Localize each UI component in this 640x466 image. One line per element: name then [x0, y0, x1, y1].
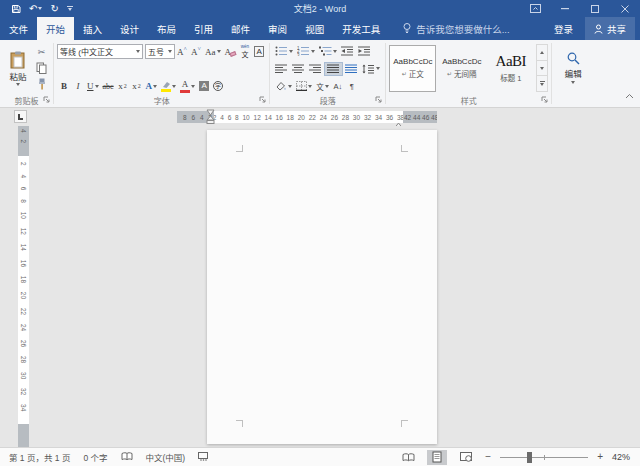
multilevel-list-button[interactable]	[317, 44, 339, 58]
tab-layout[interactable]: 布局	[148, 17, 185, 40]
font-dialog-launcher-icon[interactable]	[259, 96, 266, 105]
change-case-button[interactable]: Aa	[203, 45, 223, 59]
numbered-list-icon: 123	[297, 46, 310, 56]
styles-dialog-launcher-icon[interactable]	[541, 96, 548, 105]
share-button[interactable]: 共享	[585, 17, 635, 40]
vertical-ruler[interactable]: 4 2 2 4 6 8 10 12 14 16 18 20 22 24 26 2…	[18, 126, 29, 447]
subscript-button[interactable]: x2	[116, 79, 130, 93]
increase-indent-button[interactable]	[356, 44, 373, 58]
style-normal[interactable]: AaBbCcDc ↵正文	[389, 45, 436, 92]
underline-button[interactable]: U	[85, 79, 101, 93]
bullets-button[interactable]	[273, 44, 295, 58]
font-name-combobox[interactable]: 等线 (中文正文	[57, 44, 143, 59]
tell-me-box[interactable]: 告诉我您想要做什么...	[403, 17, 509, 40]
paste-dropdown-icon[interactable]	[16, 83, 20, 86]
font-group-label: 字体	[154, 95, 170, 106]
align-left-button[interactable]	[273, 62, 290, 76]
read-mode-button[interactable]	[398, 450, 418, 465]
zoom-out-button[interactable]: −	[485, 452, 491, 462]
proofing-status-button[interactable]	[121, 452, 133, 463]
strikethrough-button[interactable]: abc	[101, 79, 116, 93]
left-tab-icon	[18, 114, 23, 120]
italic-button[interactable]: I	[71, 79, 85, 93]
styles-scroll-down-button[interactable]	[537, 61, 547, 77]
tab-home[interactable]: 开始	[37, 17, 74, 40]
clipboard-dialog-launcher-icon[interactable]	[43, 96, 50, 105]
save-icon[interactable]	[11, 4, 21, 14]
style-no-spacing[interactable]: AaBbCcDc ↵无间隔	[438, 45, 485, 92]
print-layout-button[interactable]	[427, 450, 447, 465]
align-center-button[interactable]	[290, 62, 307, 76]
tab-developer[interactable]: 开发工具	[333, 17, 389, 40]
borders-button[interactable]	[294, 79, 314, 93]
tab-stop-selector[interactable]	[14, 110, 27, 123]
sort-button[interactable]: A↓	[331, 79, 345, 93]
word-count-indicator[interactable]: 0 个字	[83, 451, 107, 463]
zoom-in-button[interactable]: +	[597, 452, 603, 462]
numbering-button[interactable]: 123	[295, 44, 317, 58]
vruler-top-margin: 4 2	[18, 126, 29, 156]
distribute-button[interactable]	[343, 62, 360, 76]
undo-button[interactable]: ↶	[29, 4, 42, 14]
ribbon-display-options-button[interactable]	[520, 0, 550, 17]
web-layout-button[interactable]	[456, 450, 476, 465]
character-shading-button[interactable]: A	[197, 79, 211, 93]
tab-view[interactable]: 视图	[296, 17, 333, 40]
shrink-font-button[interactable]: A˅	[189, 45, 203, 59]
paint-bucket-icon	[275, 81, 287, 91]
line-spacing-button[interactable]	[360, 62, 382, 76]
bold-button[interactable]: B	[57, 79, 71, 93]
undo-dropdown-icon[interactable]	[38, 7, 42, 10]
clear-formatting-button[interactable]: A	[223, 45, 239, 59]
page-number-indicator[interactable]: 第 1 页，共 1 页	[9, 451, 70, 463]
zoom-slider[interactable]	[500, 457, 588, 458]
tab-design[interactable]: 设计	[111, 17, 148, 40]
superscript-button[interactable]: x2	[130, 79, 144, 93]
font-color-button[interactable]: A	[178, 79, 197, 93]
copy-button[interactable]	[34, 61, 49, 75]
collapse-ribbon-button[interactable]	[625, 85, 634, 103]
tab-insert[interactable]: 插入	[74, 17, 111, 40]
zoom-slider-thumb[interactable]	[527, 452, 532, 463]
align-right-button[interactable]	[307, 62, 324, 76]
tab-references[interactable]: 引用	[185, 17, 222, 40]
styles-scroll-up-button[interactable]	[537, 45, 547, 61]
styles-more-button[interactable]	[537, 76, 547, 91]
maximize-button[interactable]	[580, 0, 610, 17]
decrease-indent-button[interactable]	[339, 44, 356, 58]
font-size-combobox[interactable]: 五号	[145, 44, 175, 59]
tab-file[interactable]: 文件	[0, 17, 37, 40]
text-effects-button[interactable]: A	[144, 79, 160, 93]
sign-in-button[interactable]: 登录	[554, 22, 573, 36]
phonetic-guide-button[interactable]: wén文	[238, 45, 252, 59]
close-button[interactable]	[610, 0, 640, 17]
align-right-icon	[309, 64, 322, 74]
grow-font-button[interactable]: A˄	[175, 45, 189, 59]
language-indicator[interactable]: 中文(中国)	[146, 451, 186, 463]
tab-mailings[interactable]: 邮件	[222, 17, 259, 40]
format-painter-button[interactable]	[34, 77, 49, 91]
shading-button[interactable]	[273, 79, 294, 93]
customize-qat-button[interactable]	[67, 6, 73, 11]
minimize-button[interactable]	[550, 0, 580, 17]
enclose-characters-button[interactable]: 字	[211, 79, 225, 93]
cut-button[interactable]: ✂	[34, 45, 49, 59]
document-page[interactable]	[207, 130, 437, 444]
tab-review[interactable]: 审阅	[259, 17, 296, 40]
justify-button[interactable]	[324, 62, 343, 76]
macro-record-button[interactable]	[198, 452, 208, 463]
zoom-level[interactable]: 42%	[612, 452, 630, 462]
paste-button[interactable]: 粘贴	[3, 42, 33, 94]
editing-button[interactable]: 编辑	[555, 42, 591, 94]
redo-button[interactable]: ↻	[50, 4, 58, 14]
show-hide-marks-button[interactable]: ¶	[345, 79, 359, 93]
svg-text:3: 3	[297, 53, 300, 57]
margin-crop-mark	[401, 420, 408, 427]
paragraph-dialog-launcher-icon[interactable]	[375, 96, 382, 105]
editing-group: 编辑	[552, 40, 594, 107]
highlight-color-button[interactable]	[159, 79, 178, 93]
character-border-button[interactable]: A	[252, 45, 266, 59]
style-heading-1[interactable]: AaBI 标题 1	[487, 45, 534, 92]
asian-layout-button[interactable]: 文	[314, 79, 331, 93]
increase-indent-icon	[358, 46, 371, 56]
